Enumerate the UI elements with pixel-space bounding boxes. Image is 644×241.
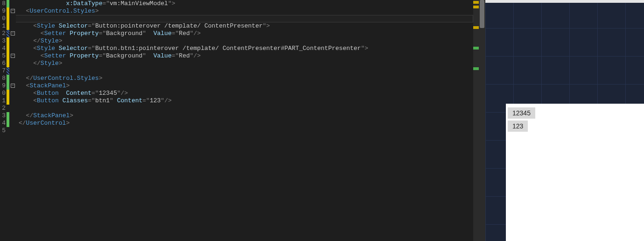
- fold-column: [9, 0, 16, 241]
- code-line[interactable]: <Style Selector="Button.btn1:pointerover…: [19, 45, 473, 52]
- minimap-marker: [473, 1, 479, 4]
- code-line[interactable]: </UserControl>: [19, 120, 473, 127]
- line-number: 3: [0, 112, 7, 120]
- stackpanel-preview: 12345 123: [506, 104, 644, 132]
- minimap[interactable]: [473, 0, 479, 241]
- code-line[interactable]: x:DataType="vm:MainViewModel">: [19, 0, 473, 7]
- code-line[interactable]: </StackPanel>: [19, 112, 473, 120]
- line-number: 9: [0, 7, 7, 15]
- code-line[interactable]: [19, 105, 473, 112]
- code-line[interactable]: <Style Selector="Button:pointerover /tem…: [19, 22, 473, 30]
- designer-ruler: [485, 0, 644, 3]
- line-number: 8: [0, 0, 7, 7]
- code-area[interactable]: x:DataType="vm:MainViewModel"> <UserCont…: [16, 0, 473, 241]
- line-number: 9: [0, 82, 7, 90]
- code-line[interactable]: <Setter Property="Background" Value="Red…: [19, 52, 473, 60]
- minimap-marker: [473, 6, 479, 8]
- vertical-scrollbar[interactable]: [479, 0, 485, 241]
- line-number: 0: [0, 15, 7, 22]
- fold-toggle[interactable]: [11, 54, 15, 58]
- scrollbar-thumb[interactable]: [480, 0, 484, 28]
- designer-surface[interactable]: 12345 123: [506, 104, 644, 241]
- preview-button-1[interactable]: 12345: [508, 107, 535, 119]
- line-number: 6: [0, 60, 7, 67]
- line-number: 4: [0, 45, 7, 52]
- line-number: 1: [0, 97, 7, 105]
- code-line[interactable]: [19, 15, 473, 22]
- line-number: 2: [0, 30, 7, 37]
- line-number: 8: [0, 75, 7, 82]
- minimap-marker: [473, 67, 479, 70]
- line-number: 0: [0, 90, 7, 97]
- code-line[interactable]: <Setter Property="Background" Value="Red…: [19, 30, 473, 37]
- fold-toggle[interactable]: [11, 9, 15, 13]
- designer-preview[interactable]: 12345 123: [485, 0, 644, 241]
- minimap-marker: [473, 26, 479, 29]
- fold-toggle[interactable]: [11, 84, 15, 88]
- code-line[interactable]: <Button Content="12345"/>: [19, 90, 473, 97]
- code-line[interactable]: <StackPanel>: [19, 82, 473, 90]
- line-number: 1: [0, 22, 7, 30]
- minimap-marker: [473, 47, 479, 50]
- code-line[interactable]: <UserControl.Styles>: [19, 7, 473, 15]
- fold-toggle[interactable]: [11, 31, 15, 35]
- line-number: 2: [0, 105, 7, 112]
- line-number: 5: [0, 52, 7, 60]
- line-number: 5: [0, 127, 7, 135]
- line-number: 3: [0, 37, 7, 45]
- line-number: 4: [0, 120, 7, 127]
- code-line[interactable]: </UserControl.Styles>: [19, 75, 473, 82]
- line-number: 7: [0, 67, 7, 75]
- code-line[interactable]: </Style>: [19, 60, 473, 67]
- preview-button-2[interactable]: 123: [508, 120, 528, 132]
- code-line[interactable]: </Style>: [19, 37, 473, 45]
- code-line[interactable]: [19, 67, 473, 75]
- code-line[interactable]: [19, 127, 473, 135]
- code-editor[interactable]: 890123456789012345 x:DataType="vm:MainVi…: [0, 0, 485, 241]
- code-line[interactable]: <Button Classes="btn1" Content="123"/>: [19, 97, 473, 105]
- line-number-gutter: 890123456789012345: [0, 0, 7, 241]
